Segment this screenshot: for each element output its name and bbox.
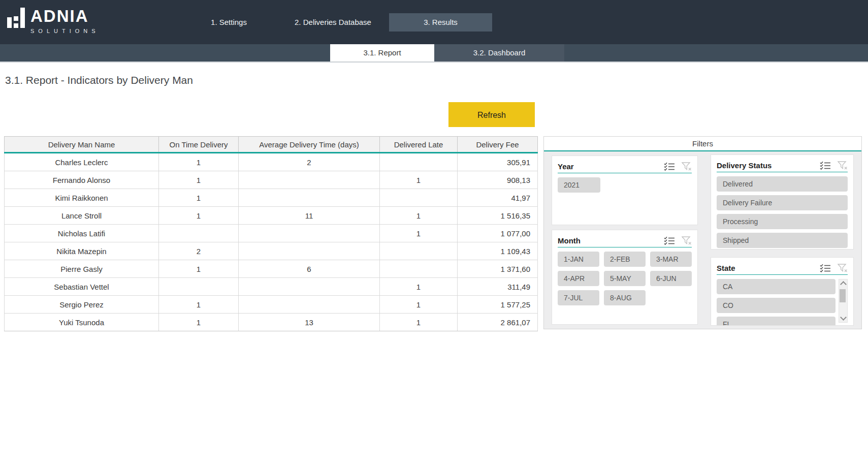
year-button-2021[interactable]: 2021 [558,177,600,193]
cell-fee[interactable]: 1 577,25 [458,296,538,314]
cell-on-time[interactable]: 1 [159,296,239,314]
table-row: Fernando Alonso11908,13 [5,171,538,189]
cell-avg-days[interactable] [239,171,380,189]
cell-on-time[interactable]: 1 [159,153,239,171]
brand-subtitle: SOLUTIONS [30,28,100,34]
scroll-down-icon[interactable] [839,315,847,322]
cell-avg-days[interactable] [239,242,380,260]
cell-fee[interactable]: 311,49 [458,278,538,296]
slicer-state-title: State [717,264,735,272]
cell-late[interactable]: 1 [380,314,458,331]
slicer-year: Year 2021 [552,155,698,225]
nav-item-deliveries-database[interactable]: 2. Deliveries Database [273,0,393,44]
cell-name[interactable]: Nicholas Latifi [5,225,159,242]
table-row: Nikita Mazepin21 109,43 [5,242,538,260]
table-row: Charles Leclerc12305,91 [5,153,538,171]
month-button-3-mar[interactable]: 3-MAR [650,252,692,267]
month-button-1-jan[interactable]: 1-JAN [558,252,599,267]
cell-avg-days[interactable]: 2 [239,153,380,171]
cell-on-time[interactable] [159,225,239,242]
cell-late[interactable]: 1 [380,171,458,189]
cell-name[interactable]: Nikita Mazepin [5,242,159,260]
col-header-delivered-late: Delivered Late [380,137,458,153]
tab-dashboard[interactable]: 3.2. Dashboard [434,44,564,61]
bar-chart-logo-icon [7,8,25,28]
cell-fee[interactable]: 1 371,60 [458,260,538,278]
multi-select-icon[interactable] [664,162,675,171]
month-button-6-jun[interactable]: 6-JUN [650,271,692,286]
cell-late[interactable] [380,242,458,260]
cell-avg-days[interactable]: 11 [239,207,380,225]
cell-name[interactable]: Kimi Raikkonen [5,189,159,207]
cell-name[interactable]: Sergio Perez [5,296,159,314]
col-header-average-delivery-time: Average Delivery Time (days) [239,137,380,153]
month-button-7-jul[interactable]: 7-JUL [558,290,599,305]
filters-panel: Filters Year [543,136,862,329]
tab-report[interactable]: 3.1. Report [330,44,434,61]
cell-late[interactable] [380,260,458,278]
cell-late[interactable]: 1 [380,207,458,225]
cell-avg-days[interactable] [239,296,380,314]
nav-item-settings[interactable]: 1. Settings [195,0,263,44]
cell-fee[interactable]: 1 516,35 [458,207,538,225]
cell-fee[interactable]: 41,97 [458,189,538,207]
state-button-ca[interactable]: CA [717,279,835,294]
month-button-4-apr[interactable]: 4-APR [558,271,599,286]
cell-late[interactable]: 1 [380,225,458,242]
month-button-5-may[interactable]: 5-MAY [604,271,646,286]
status-button-delivered[interactable]: Delivered [717,176,848,192]
clear-filter-icon[interactable] [838,264,848,272]
brand-name: ADNIA [30,6,100,26]
scroll-thumb[interactable] [840,289,846,302]
multi-select-icon[interactable] [820,264,831,272]
table-row: Sebastian Vettel1311,49 [5,278,538,296]
cell-on-time[interactable] [159,278,239,296]
cell-on-time[interactable]: 1 [159,171,239,189]
col-header-on-time-delivery: On Time Delivery [159,137,239,153]
clear-filter-icon[interactable] [682,162,692,171]
clear-filter-icon[interactable] [682,236,692,245]
cell-late[interactable]: 1 [380,278,458,296]
table-row: Sergio Perez111 577,25 [5,296,538,314]
scroll-up-icon[interactable] [839,279,847,287]
cell-avg-days[interactable]: 13 [239,314,380,331]
col-header-delivery-man-name: Delivery Man Name [5,137,159,153]
clear-filter-icon[interactable] [838,161,848,170]
cell-fee[interactable]: 1 109,43 [458,242,538,260]
cell-name[interactable]: Pierre Gasly [5,260,159,278]
multi-select-icon[interactable] [664,236,675,245]
cell-on-time[interactable]: 2 [159,242,239,260]
cell-late[interactable] [380,189,458,207]
state-button-co[interactable]: CO [717,298,835,313]
cell-fee[interactable]: 1 077,00 [458,225,538,242]
cell-on-time[interactable]: 1 [159,207,239,225]
month-button-8-aug[interactable]: 8-AUG [604,290,646,305]
cell-name[interactable]: Lance Stroll [5,207,159,225]
cell-avg-days[interactable] [239,225,380,242]
status-button-delivery-failure[interactable]: Delivery Failure [717,195,848,210]
cell-on-time[interactable]: 1 [159,314,239,331]
cell-on-time[interactable]: 1 [159,260,239,278]
cell-on-time[interactable]: 1 [159,189,239,207]
cell-avg-days[interactable]: 6 [239,260,380,278]
cell-name[interactable]: Sebastian Vettel [5,278,159,296]
state-button-fl[interactable]: FL [717,317,835,326]
cell-fee[interactable]: 2 861,07 [458,314,538,331]
cell-late[interactable] [380,153,458,171]
month-button-2-feb[interactable]: 2-FEB [604,252,646,267]
nav-item-results[interactable]: 3. Results [389,13,492,32]
cell-fee[interactable]: 908,13 [458,171,538,189]
state-scrollbar[interactable] [839,279,848,323]
status-button-shipped[interactable]: Shipped [717,233,848,248]
refresh-button[interactable]: Refresh [448,102,535,127]
cell-name[interactable]: Yuki Tsunoda [5,314,159,331]
slicer-month-title: Month [558,236,581,245]
cell-fee[interactable]: 305,91 [458,153,538,171]
cell-avg-days[interactable] [239,189,380,207]
cell-name[interactable]: Fernando Alonso [5,171,159,189]
multi-select-icon[interactable] [820,161,831,170]
status-button-processing[interactable]: Processing [717,214,848,229]
cell-name[interactable]: Charles Leclerc [5,153,159,171]
cell-avg-days[interactable] [239,278,380,296]
cell-late[interactable]: 1 [380,296,458,314]
